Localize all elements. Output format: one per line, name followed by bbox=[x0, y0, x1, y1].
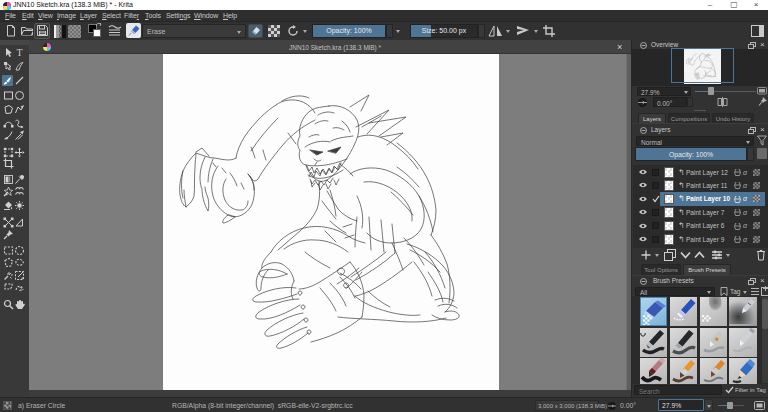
svg-text:2: 2 bbox=[19, 286, 23, 292]
